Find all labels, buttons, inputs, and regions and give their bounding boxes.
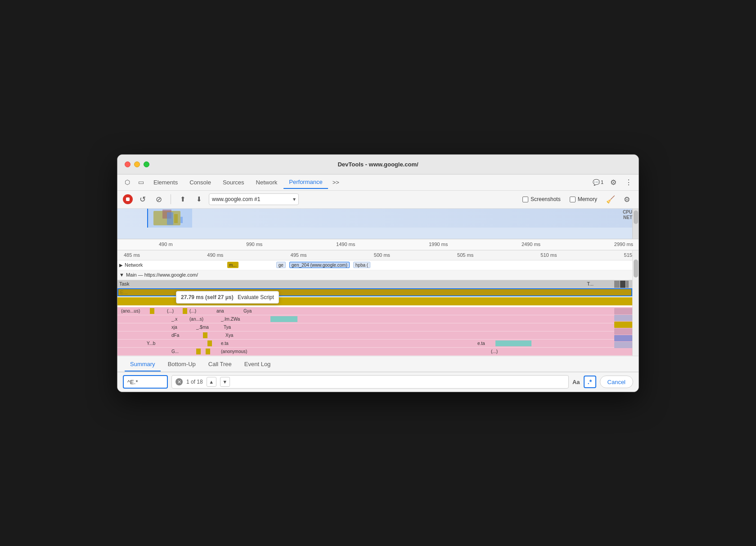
timeline-ruler-overview: 490 m 990 ms 1490 ms 1990 ms 2490 ms 299… bbox=[117, 239, 639, 250]
right-deco-pink bbox=[614, 307, 632, 356]
minimize-button[interactable] bbox=[134, 161, 140, 167]
screenshots-checkbox-wrapper: Screenshots bbox=[522, 196, 561, 202]
responsive-tool-icon[interactable]: ▭ bbox=[135, 176, 147, 188]
perf-settings-icon[interactable]: ⚙ bbox=[621, 193, 633, 206]
eval-script-label: E... bbox=[120, 290, 128, 295]
detail-mark-6: 515 bbox=[624, 252, 632, 258]
cell-gya[interactable]: Gya bbox=[243, 309, 252, 313]
search-next-button[interactable]: ▼ bbox=[220, 377, 230, 387]
cell-eta-2[interactable]: e.ta bbox=[477, 341, 485, 346]
screenshots-label: Screenshots bbox=[531, 196, 561, 202]
clear-icon[interactable]: ⊘ bbox=[153, 193, 165, 206]
task-right-deco bbox=[614, 281, 632, 288]
search-query-input[interactable] bbox=[127, 379, 163, 385]
screenshots-checkbox[interactable] bbox=[522, 197, 528, 202]
tab-elements[interactable]: Elements bbox=[148, 176, 183, 188]
main-thread-expand-icon[interactable]: ▼ bbox=[119, 272, 124, 277]
net-block-3[interactable]: hpba ( bbox=[353, 262, 370, 268]
cursor-tool-icon[interactable]: ⬡ bbox=[121, 176, 134, 188]
cell-ans[interactable]: (an...s) bbox=[189, 317, 203, 322]
tab-event-log[interactable]: Event Log bbox=[239, 358, 276, 371]
pink-row-1: _.x (an...s) _.lm.ZWa bbox=[117, 315, 639, 323]
flame-scrollbar[interactable] bbox=[632, 251, 639, 356]
tab-sources[interactable]: Sources bbox=[217, 176, 250, 188]
task-label: Task bbox=[119, 281, 146, 286]
cleanup-icon[interactable]: 🧹 bbox=[604, 193, 617, 206]
tab-network[interactable]: Network bbox=[251, 176, 283, 188]
cell-lm-zwa[interactable]: _.lm.ZWa bbox=[221, 317, 240, 322]
net-block-0[interactable]: m... bbox=[227, 262, 238, 268]
vertical-scrollbar[interactable] bbox=[632, 209, 639, 239]
cell-dot-0[interactable]: (...) bbox=[167, 309, 174, 313]
tab-call-tree[interactable]: Call Tree bbox=[203, 358, 237, 371]
memory-checkbox[interactable] bbox=[570, 197, 576, 202]
cell-dot-r[interactable]: (...) bbox=[491, 349, 498, 354]
cell-tya[interactable]: Tya bbox=[224, 325, 231, 330]
flame-scrollbar-thumb[interactable] bbox=[634, 260, 638, 277]
net-block-2[interactable]: gen_204 (www.google.com) bbox=[289, 262, 350, 268]
cell-x[interactable]: _.x bbox=[171, 317, 177, 322]
evaluate-script-section: E... 27.79 ms (self 27 μs) Evaluate Scri… bbox=[117, 288, 639, 307]
time-ruler-detail: 485 ms 490 ms 495 ms 500 ms 505 ms 510 m… bbox=[117, 251, 639, 260]
more-tabs-icon[interactable]: >> bbox=[329, 177, 343, 188]
window-title: DevTools - www.google.com/ bbox=[338, 161, 418, 168]
record-button[interactable] bbox=[123, 194, 133, 204]
close-button[interactable] bbox=[125, 161, 130, 167]
net-block-label-3: hpba ( bbox=[356, 263, 368, 268]
search-regex-button[interactable]: .* bbox=[584, 376, 596, 388]
mark-1: 990 ms bbox=[246, 242, 262, 247]
reload-icon[interactable]: ↺ bbox=[136, 193, 149, 206]
more-options-icon[interactable]: ⋮ bbox=[622, 176, 635, 188]
net-block-label-1: ge bbox=[279, 263, 284, 268]
search-cancel-button[interactable]: Cancel bbox=[600, 376, 633, 388]
cell-yb[interactable]: Y...b bbox=[147, 341, 155, 346]
tooltip-name: Evaluate Script bbox=[238, 294, 274, 300]
cell-ano-us[interactable]: (ano...us) bbox=[121, 309, 140, 313]
toolbar-divider-1 bbox=[171, 194, 171, 204]
yellow-block-0 bbox=[150, 308, 154, 314]
cell-dfa[interactable]: dFa bbox=[171, 333, 179, 338]
download-icon[interactable]: ⬇ bbox=[193, 193, 205, 206]
cell-sma[interactable]: _.$ma bbox=[196, 325, 209, 330]
network-expand-icon[interactable]: ▶ bbox=[119, 263, 123, 268]
chat-icon: 💬 bbox=[593, 179, 600, 186]
main-thread-header: ▼ Main — https://www.google.com/ bbox=[117, 270, 639, 280]
network-label: ▶ Network bbox=[119, 262, 155, 268]
timeline-overview[interactable]: CPU NET bbox=[117, 209, 639, 239]
tab-performance[interactable]: Performance bbox=[284, 176, 328, 189]
search-clear-button[interactable]: ✕ bbox=[176, 378, 183, 385]
cell-xja[interactable]: xja bbox=[171, 325, 177, 330]
ruler-marks: 490 m 990 ms 1490 ms 1990 ms 2490 ms 299… bbox=[123, 242, 633, 247]
maximize-button[interactable] bbox=[144, 161, 149, 167]
net-block-1[interactable]: ge bbox=[276, 262, 286, 268]
search-prev-button[interactable]: ▲ bbox=[207, 377, 216, 387]
pink-row-2: xja _.$ma Tya bbox=[117, 323, 639, 331]
upload-icon[interactable]: ⬆ bbox=[176, 193, 189, 206]
bottom-tabs: Summary Bottom-Up Call Tree Event Log bbox=[117, 356, 639, 372]
teal-block-1 bbox=[495, 340, 531, 346]
settings-icon[interactable]: ⚙ bbox=[607, 176, 620, 188]
cell-ana[interactable]: ana bbox=[216, 309, 224, 313]
cell-anonymous[interactable]: (anonymous) bbox=[221, 349, 247, 354]
cell-xya[interactable]: Xya bbox=[225, 333, 233, 338]
url-select-wrapper: ▾ bbox=[209, 193, 299, 205]
notifications-icon[interactable]: 💬 1 bbox=[592, 176, 604, 188]
cell-dot-1[interactable]: (...) bbox=[189, 309, 196, 313]
record-toolbar: ↺ ⊘ ⬆ ⬇ ▾ Screenshots Memory 🧹 ⚙ bbox=[117, 191, 639, 209]
cell-eta-1[interactable]: e.ta bbox=[221, 341, 229, 346]
url-input[interactable] bbox=[212, 196, 293, 202]
scrollbar-thumb[interactable] bbox=[634, 210, 638, 224]
task-row[interactable]: Task T... bbox=[117, 280, 639, 288]
pink-row-0: (ano...us) (...) (...) ana Gya bbox=[117, 307, 639, 315]
search-main-wrapper: ✕ 1 of 18 ▲ ▼ bbox=[171, 375, 569, 389]
cell-g[interactable]: G... bbox=[171, 349, 179, 354]
tab-bottom-up[interactable]: Bottom-Up bbox=[162, 358, 201, 371]
tab-console[interactable]: Console bbox=[184, 176, 216, 188]
window-controls bbox=[125, 161, 149, 167]
tab-right-icons: 💬 1 ⚙ ⋮ bbox=[592, 176, 635, 188]
search-case-sensitive-button[interactable]: Aa bbox=[572, 379, 580, 385]
tab-summary[interactable]: Summary bbox=[125, 358, 161, 371]
tooltip-time: 27.79 ms (self 27 μs) bbox=[181, 294, 234, 300]
cpu-label-overview: CPU bbox=[623, 210, 632, 215]
url-dropdown-icon[interactable]: ▾ bbox=[293, 196, 296, 202]
